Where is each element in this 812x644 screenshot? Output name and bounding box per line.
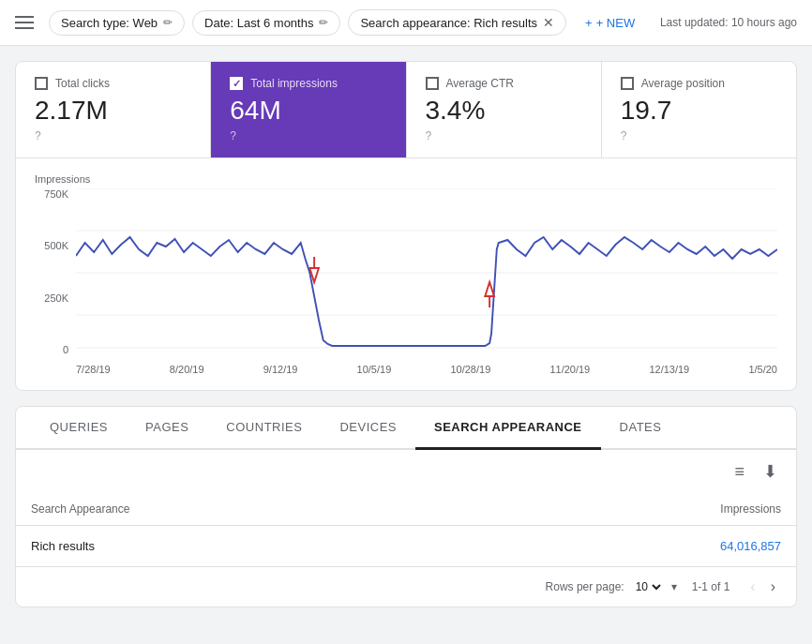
filter-chip-date[interactable]: Date: Last 6 months ✏ bbox=[192, 10, 340, 36]
col-header-search-appearance: Search Appearance bbox=[16, 493, 474, 526]
x-label-5: 11/20/19 bbox=[549, 364, 590, 375]
y-tick-750k: 750K bbox=[44, 188, 68, 200]
table-row: Rich results 64,016,857 bbox=[16, 526, 796, 567]
metric-value-clicks: 2.17M bbox=[35, 96, 191, 126]
rows-per-page-label: Rows per page: bbox=[546, 580, 624, 593]
tabs-row: QUERIES PAGES COUNTRIES DEVICES SEARCH A… bbox=[16, 407, 796, 450]
next-page-button[interactable]: › bbox=[765, 577, 781, 597]
x-label-6: 12/13/19 bbox=[649, 364, 689, 375]
page-range: 1-1 of 1 bbox=[692, 580, 730, 593]
metric-checkbox-position[interactable] bbox=[621, 77, 634, 90]
hamburger-menu[interactable] bbox=[15, 16, 34, 29]
top-bar: Search type: Web ✏ Date: Last 6 months ✏… bbox=[0, 0, 812, 46]
tab-pages[interactable]: PAGES bbox=[127, 407, 207, 450]
metric-help-impressions[interactable]: ? bbox=[230, 129, 386, 142]
x-label-0: 7/28/19 bbox=[76, 364, 111, 375]
rows-per-page-select[interactable]: 10 25 50 bbox=[632, 579, 664, 594]
rows-per-page: Rows per page: 10 25 50 ▾ bbox=[546, 579, 677, 594]
plus-icon: + bbox=[585, 16, 593, 30]
data-table: Search Appearance Impressions Rich resul… bbox=[16, 493, 796, 566]
filter-chip-label: Search appearance: Rich results bbox=[360, 16, 537, 30]
metric-label-clicks: Total clicks bbox=[55, 77, 110, 90]
last-updated-label: Last updated: 10 hours ago bbox=[660, 16, 797, 29]
close-icon[interactable]: ✕ bbox=[543, 15, 554, 30]
metric-average-position[interactable]: Average position 19.7 ? bbox=[602, 62, 796, 157]
edit-icon: ✏ bbox=[163, 16, 173, 29]
metric-total-clicks[interactable]: Total clicks 2.17M ? bbox=[16, 62, 211, 157]
col-header-impressions: Impressions bbox=[474, 493, 796, 526]
tab-dates[interactable]: DATES bbox=[601, 407, 681, 450]
main-content: Total clicks 2.17M ? ✓ Total impressions… bbox=[0, 46, 812, 622]
metric-help-clicks[interactable]: ? bbox=[35, 129, 191, 142]
metric-checkbox-impressions[interactable]: ✓ bbox=[230, 77, 243, 90]
pagination-row: Rows per page: 10 25 50 ▾ 1-1 of 1 ‹ › bbox=[16, 566, 796, 607]
metrics-card: Total clicks 2.17M ? ✓ Total impressions… bbox=[15, 61, 797, 391]
chart-y-label: Impressions bbox=[35, 173, 777, 185]
metric-value-impressions: 64M bbox=[230, 96, 386, 126]
y-tick-0: 0 bbox=[63, 344, 68, 355]
metric-help-ctr[interactable]: ? bbox=[426, 129, 582, 142]
bottom-card: QUERIES PAGES COUNTRIES DEVICES SEARCH A… bbox=[15, 406, 797, 607]
filter-chip-search-type[interactable]: Search type: Web ✏ bbox=[49, 10, 185, 36]
metric-label-impressions: Total impressions bbox=[250, 77, 338, 90]
metric-checkbox-ctr[interactable] bbox=[426, 77, 439, 90]
x-label-2: 9/12/19 bbox=[263, 364, 298, 375]
tab-search-appearance[interactable]: SEARCH APPEARANCE bbox=[415, 407, 601, 450]
tab-queries[interactable]: QUERIES bbox=[31, 407, 127, 450]
new-button[interactable]: + + NEW bbox=[574, 11, 646, 35]
metric-label-ctr: Average CTR bbox=[446, 77, 514, 90]
metrics-row: Total clicks 2.17M ? ✓ Total impressions… bbox=[16, 62, 796, 158]
chart-area: Impressions 750K 500K 250K 0 bbox=[16, 158, 796, 390]
tab-devices[interactable]: DEVICES bbox=[321, 407, 415, 450]
filter-chip-label: Date: Last 6 months bbox=[204, 16, 313, 30]
cell-impressions: 64,016,857 bbox=[474, 526, 796, 567]
x-label-3: 10/5/19 bbox=[357, 364, 392, 375]
edit-icon: ✏ bbox=[319, 16, 328, 29]
y-tick-500k: 500K bbox=[44, 240, 68, 251]
metric-average-ctr[interactable]: Average CTR 3.4% ? bbox=[407, 62, 602, 157]
metric-checkbox-clicks[interactable] bbox=[35, 77, 48, 90]
x-label-7: 1/5/20 bbox=[748, 364, 777, 375]
metric-value-position: 19.7 bbox=[621, 96, 777, 126]
svg-marker-7 bbox=[485, 282, 494, 296]
y-tick-250k: 250K bbox=[44, 292, 68, 304]
x-label-4: 10/28/19 bbox=[450, 364, 490, 375]
tab-countries[interactable]: COUNTRIES bbox=[207, 407, 321, 450]
prev-page-button[interactable]: ‹ bbox=[744, 577, 760, 597]
page-nav: ‹ › bbox=[744, 577, 781, 597]
table-toolbar: ≡ ⬇ bbox=[16, 450, 796, 493]
cell-appearance: Rich results bbox=[16, 526, 474, 567]
filter-rows-icon[interactable]: ≡ bbox=[730, 458, 748, 486]
checkmark-icon: ✓ bbox=[233, 78, 241, 90]
metric-help-position[interactable]: ? bbox=[621, 129, 777, 142]
metric-value-ctr: 3.4% bbox=[426, 96, 582, 126]
chevron-down-icon: ▾ bbox=[671, 580, 677, 593]
x-label-1: 8/20/19 bbox=[170, 364, 204, 375]
metric-label-position: Average position bbox=[641, 77, 725, 90]
new-button-label: + NEW bbox=[596, 16, 636, 30]
download-icon[interactable]: ⬇ bbox=[759, 457, 781, 486]
chart-svg bbox=[76, 188, 777, 357]
metric-total-impressions[interactable]: ✓ Total impressions 64M ? bbox=[211, 62, 406, 157]
filter-chip-search-appearance[interactable]: Search appearance: Rich results ✕ bbox=[348, 9, 566, 36]
chart-x-labels: 7/28/19 8/20/19 9/12/19 10/5/19 10/28/19… bbox=[35, 360, 777, 382]
filter-chip-label: Search type: Web bbox=[61, 16, 158, 30]
